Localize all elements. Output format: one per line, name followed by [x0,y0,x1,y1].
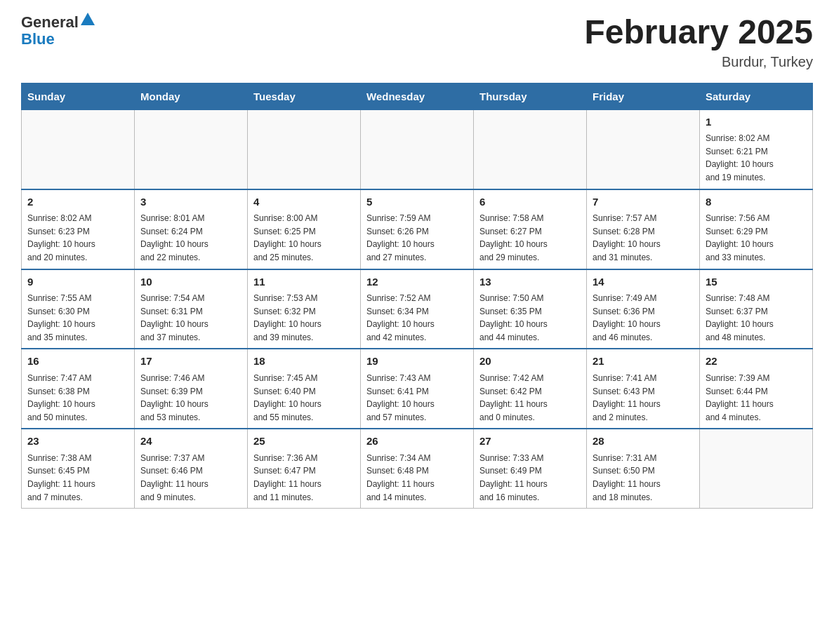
weekday-header-thursday: Thursday [474,83,587,109]
weekday-header-sunday: Sunday [22,83,135,109]
day-number: 14 [593,274,694,290]
logo-triangle-icon [81,13,95,27]
calendar-cell: 25Sunrise: 7:36 AMSunset: 6:47 PMDayligh… [248,429,361,508]
day-info: Sunrise: 7:56 AMSunset: 6:29 PMDaylight:… [706,212,807,264]
day-info: Sunrise: 7:49 AMSunset: 6:36 PMDaylight:… [593,292,694,344]
day-number: 20 [479,354,581,370]
day-number: 19 [366,354,468,370]
calendar-cell [474,109,587,189]
weekday-header-wednesday: Wednesday [361,83,474,109]
calendar-week-row-1: 1Sunrise: 8:02 AMSunset: 6:21 PMDaylight… [22,109,813,189]
calendar-cell: 13Sunrise: 7:50 AMSunset: 6:35 PMDayligh… [474,269,587,349]
calendar-cell [248,109,361,189]
calendar-cell: 8Sunrise: 7:56 AMSunset: 6:29 PMDaylight… [700,189,813,269]
day-info: Sunrise: 7:37 AMSunset: 6:46 PMDaylight:… [140,452,241,504]
day-info: Sunrise: 7:42 AMSunset: 6:42 PMDaylight:… [479,372,581,424]
calendar-cell: 2Sunrise: 8:02 AMSunset: 6:23 PMDaylight… [22,189,135,269]
day-number: 11 [253,274,355,290]
day-info: Sunrise: 7:47 AMSunset: 6:38 PMDaylight:… [27,372,128,424]
day-info: Sunrise: 7:46 AMSunset: 6:39 PMDaylight:… [140,372,241,424]
logo-blue-text: Blue [21,30,55,48]
logo-general-text: General [21,14,79,31]
location-text: Burdur, Turkey [584,54,813,70]
calendar-cell: 16Sunrise: 7:47 AMSunset: 6:38 PMDayligh… [22,349,135,429]
day-number: 27 [479,434,581,450]
calendar-cell [22,109,135,189]
day-info: Sunrise: 7:59 AMSunset: 6:26 PMDaylight:… [366,212,468,264]
day-number: 28 [593,434,694,450]
weekday-header-row: SundayMondayTuesdayWednesdayThursdayFrid… [22,83,813,109]
day-info: Sunrise: 7:43 AMSunset: 6:41 PMDaylight:… [366,372,468,424]
calendar-cell [700,429,813,508]
day-info: Sunrise: 7:57 AMSunset: 6:28 PMDaylight:… [593,212,694,264]
calendar-cell: 24Sunrise: 7:37 AMSunset: 6:46 PMDayligh… [135,429,248,508]
calendar-cell: 5Sunrise: 7:59 AMSunset: 6:26 PMDaylight… [361,189,474,269]
day-number: 1 [706,114,807,130]
calendar-cell [361,109,474,189]
calendar-cell: 7Sunrise: 7:57 AMSunset: 6:28 PMDaylight… [587,189,700,269]
calendar-cell: 10Sunrise: 7:54 AMSunset: 6:31 PMDayligh… [135,269,248,349]
day-info: Sunrise: 7:36 AMSunset: 6:47 PMDaylight:… [253,452,355,504]
calendar-cell: 23Sunrise: 7:38 AMSunset: 6:45 PMDayligh… [22,429,135,508]
weekday-header-monday: Monday [135,83,248,109]
day-number: 25 [253,434,355,450]
calendar-cell: 15Sunrise: 7:48 AMSunset: 6:37 PMDayligh… [700,269,813,349]
day-info: Sunrise: 7:33 AMSunset: 6:49 PMDaylight:… [479,452,581,504]
day-number: 26 [366,434,468,450]
calendar-cell: 21Sunrise: 7:41 AMSunset: 6:43 PMDayligh… [587,349,700,429]
day-info: Sunrise: 7:34 AMSunset: 6:48 PMDaylight:… [366,452,468,504]
day-number: 22 [706,354,807,370]
weekday-header-saturday: Saturday [700,83,813,109]
calendar-cell: 12Sunrise: 7:52 AMSunset: 6:34 PMDayligh… [361,269,474,349]
day-number: 24 [140,434,241,450]
day-number: 18 [253,354,355,370]
calendar-cell: 3Sunrise: 8:01 AMSunset: 6:24 PMDaylight… [135,189,248,269]
day-info: Sunrise: 7:31 AMSunset: 6:50 PMDaylight:… [593,452,694,504]
calendar-week-row-5: 23Sunrise: 7:38 AMSunset: 6:45 PMDayligh… [22,429,813,508]
day-number: 2 [27,194,128,210]
day-number: 17 [140,354,241,370]
day-number: 4 [253,194,355,210]
calendar-week-row-2: 2Sunrise: 8:02 AMSunset: 6:23 PMDaylight… [22,189,813,269]
weekday-header-tuesday: Tuesday [248,83,361,109]
calendar-table: SundayMondayTuesdayWednesdayThursdayFrid… [21,83,813,509]
calendar-cell: 18Sunrise: 7:45 AMSunset: 6:40 PMDayligh… [248,349,361,429]
month-title: February 2025 [584,14,813,51]
day-info: Sunrise: 7:58 AMSunset: 6:27 PMDaylight:… [479,212,581,264]
day-number: 9 [27,274,128,290]
day-number: 21 [593,354,694,370]
day-info: Sunrise: 8:00 AMSunset: 6:25 PMDaylight:… [253,212,355,264]
day-info: Sunrise: 7:52 AMSunset: 6:34 PMDaylight:… [366,292,468,344]
title-area: February 2025 Burdur, Turkey [584,14,813,70]
day-number: 6 [479,194,581,210]
day-info: Sunrise: 7:48 AMSunset: 6:37 PMDaylight:… [706,292,807,344]
calendar-cell: 28Sunrise: 7:31 AMSunset: 6:50 PMDayligh… [587,429,700,508]
calendar-cell: 19Sunrise: 7:43 AMSunset: 6:41 PMDayligh… [361,349,474,429]
day-number: 3 [140,194,241,210]
calendar-cell: 1Sunrise: 8:02 AMSunset: 6:21 PMDaylight… [700,109,813,189]
calendar-week-row-3: 9Sunrise: 7:55 AMSunset: 6:30 PMDaylight… [22,269,813,349]
day-number: 12 [366,274,468,290]
logo: General Blue [21,14,95,48]
day-info: Sunrise: 8:01 AMSunset: 6:24 PMDaylight:… [140,212,241,264]
day-info: Sunrise: 8:02 AMSunset: 6:23 PMDaylight:… [27,212,128,264]
calendar-cell: 26Sunrise: 7:34 AMSunset: 6:48 PMDayligh… [361,429,474,508]
day-number: 7 [593,194,694,210]
day-info: Sunrise: 7:41 AMSunset: 6:43 PMDaylight:… [593,372,694,424]
day-number: 15 [706,274,807,290]
day-info: Sunrise: 7:38 AMSunset: 6:45 PMDaylight:… [27,452,128,504]
calendar-cell [135,109,248,189]
day-info: Sunrise: 7:54 AMSunset: 6:31 PMDaylight:… [140,292,241,344]
calendar-cell: 14Sunrise: 7:49 AMSunset: 6:36 PMDayligh… [587,269,700,349]
calendar-cell: 27Sunrise: 7:33 AMSunset: 6:49 PMDayligh… [474,429,587,508]
day-number: 13 [479,274,581,290]
day-number: 23 [27,434,128,450]
day-info: Sunrise: 7:50 AMSunset: 6:35 PMDaylight:… [479,292,581,344]
svg-marker-0 [81,13,95,25]
calendar-cell: 9Sunrise: 7:55 AMSunset: 6:30 PMDaylight… [22,269,135,349]
calendar-cell: 4Sunrise: 8:00 AMSunset: 6:25 PMDaylight… [248,189,361,269]
calendar-cell: 11Sunrise: 7:53 AMSunset: 6:32 PMDayligh… [248,269,361,349]
weekday-header-friday: Friday [587,83,700,109]
day-info: Sunrise: 7:53 AMSunset: 6:32 PMDaylight:… [253,292,355,344]
day-number: 16 [27,354,128,370]
